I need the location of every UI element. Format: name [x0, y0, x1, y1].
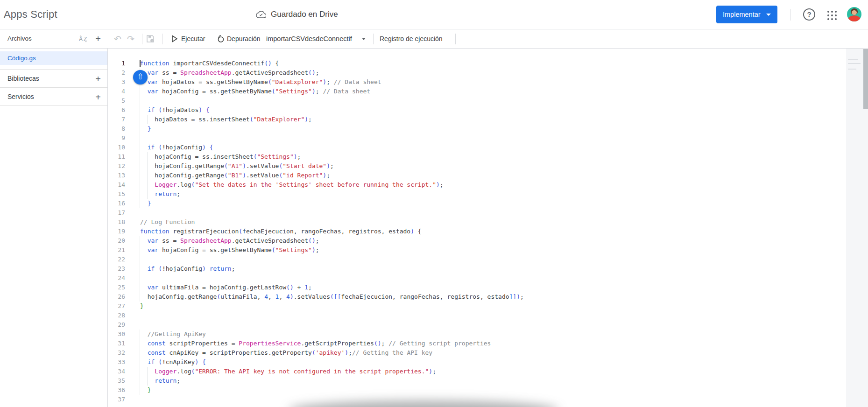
code-line-content[interactable]: if (!hojaConfig) return;: [140, 264, 235, 274]
line-number[interactable]: 18: [108, 218, 125, 227]
code-line-content[interactable]: Logger.log("ERROR: The API key is not co…: [140, 367, 436, 376]
code-line[interactable]: 12 hojaConfig.getRange("A1").setValue("S…: [108, 161, 868, 171]
function-selector[interactable]: importarCSVdesdeConnectif: [266, 29, 352, 48]
line-number[interactable]: 9: [108, 133, 125, 143]
undo-icon[interactable]: ↶: [112, 33, 123, 44]
code-line[interactable]: 25 var ultimaFila = hojaConfig.getLastRo…: [108, 283, 868, 292]
line-number[interactable]: 36: [108, 386, 125, 395]
vertical-scrollbar-thumb[interactable]: [863, 49, 868, 109]
code-line[interactable]: 1function importarCSVdesdeConnectif() {: [108, 59, 868, 68]
code-line[interactable]: 23 if (!hojaConfig) return;: [108, 264, 868, 274]
code-line[interactable]: 34 Logger.log("ERROR: The API key is not…: [108, 367, 868, 376]
line-number[interactable]: 22: [108, 255, 125, 264]
code-line-content[interactable]: hojaConfig.getRange(ultimaFila, 4, 1, 4)…: [140, 292, 524, 302]
code-line[interactable]: 36 }: [108, 386, 868, 395]
code-line[interactable]: 9: [108, 133, 868, 143]
line-number[interactable]: 19: [108, 227, 125, 236]
code-line-content[interactable]: const cnApiKey = scriptProperties.getPro…: [140, 348, 432, 358]
code-line-content[interactable]: hojaConfig.getRange("A1").setValue("Star…: [140, 161, 334, 171]
line-number[interactable]: 17: [108, 208, 125, 218]
code-line[interactable]: 22: [108, 255, 868, 264]
line-number[interactable]: 13: [108, 171, 125, 180]
line-number[interactable]: 14: [108, 180, 125, 189]
code-line-content[interactable]: return;: [140, 376, 180, 386]
code-line[interactable]: 6 if (!hojaDatos) {: [108, 105, 868, 115]
line-number[interactable]: 16: [108, 199, 125, 208]
line-number[interactable]: 12: [108, 161, 125, 171]
code-line[interactable]: 32 const cnApiKey = scriptProperties.get…: [108, 348, 868, 358]
code-line-content[interactable]: if (!hojaConfig) {: [140, 143, 213, 152]
code-line[interactable]: 11 hojaConfig = ss.insertSheet("Settings…: [108, 152, 868, 161]
line-number[interactable]: 25: [108, 283, 125, 292]
line-number[interactable]: 32: [108, 348, 125, 358]
code-line[interactable]: 4 var hojaConfig = ss.getSheetByName("Se…: [108, 87, 868, 96]
code-line[interactable]: 35 return;: [108, 376, 868, 386]
code-line-content[interactable]: hojaConfig.getRange("B1").setValue("id R…: [140, 171, 330, 180]
line-number[interactable]: 37: [108, 395, 125, 404]
code-line[interactable]: 10 if (!hojaConfig) {: [108, 143, 868, 152]
code-line[interactable]: 28: [108, 311, 868, 320]
line-number[interactable]: 7: [108, 115, 125, 124]
line-number[interactable]: 29: [108, 320, 125, 330]
code-line-content[interactable]: return;: [140, 189, 180, 199]
code-line-content[interactable]: var hojaConfig = ss.getSheetByName("Sett…: [140, 246, 319, 255]
help-icon[interactable]: ?: [803, 8, 815, 21]
code-line[interactable]: 20 var ss = SpreadsheetApp.getActiveSpre…: [108, 236, 868, 246]
line-number[interactable]: 20: [108, 236, 125, 246]
code-line[interactable]: 29: [108, 320, 868, 330]
sort-files-az-icon[interactable]: A Z: [78, 33, 90, 44]
line-number[interactable]: 33: [108, 358, 125, 367]
code-line[interactable]: 14 Logger.log("Set the dates in the 'Set…: [108, 180, 868, 189]
line-number[interactable]: 26: [108, 292, 125, 302]
code-line-content[interactable]: var hojaConfig = ss.getSheetByName("Sett…: [140, 87, 370, 96]
code-line-content[interactable]: // Log Function: [140, 218, 195, 227]
run-button[interactable]: Ejecutar: [181, 29, 205, 48]
save-project-icon[interactable]: [145, 33, 156, 44]
code-line-content[interactable]: }: [140, 124, 151, 133]
line-number[interactable]: 2: [108, 68, 125, 77]
code-line-content[interactable]: }: [140, 386, 151, 395]
code-line-content[interactable]: const scriptProperties = PropertiesServi…: [140, 339, 491, 348]
code-line-content[interactable]: if (!hojaDatos) {: [140, 105, 210, 115]
line-number[interactable]: 21: [108, 246, 125, 255]
code-line[interactable]: 19function registrarEjecucion(fechaEjecu…: [108, 227, 868, 236]
code-line[interactable]: 2 var ss = SpreadsheetApp.getActiveSprea…: [108, 68, 868, 77]
code-line[interactable]: 8 }: [108, 124, 868, 133]
code-assist-badge-icon[interactable]: ⇧: [133, 70, 148, 84]
line-number[interactable]: 15: [108, 189, 125, 199]
code-line[interactable]: 15 return;: [108, 189, 868, 199]
code-line-content[interactable]: hojaConfig = ss.insertSheet("Settings");: [140, 152, 301, 161]
line-number[interactable]: 30: [108, 330, 125, 339]
code-lines-container[interactable]: 1function importarCSVdesdeConnectif() {2…: [108, 49, 868, 407]
code-editor[interactable]: 1function importarCSVdesdeConnectif() {2…: [108, 49, 868, 407]
code-line-content[interactable]: }: [140, 199, 151, 208]
code-line[interactable]: 17: [108, 208, 868, 218]
code-line[interactable]: 21 var hojaConfig = ss.getSheetByName("S…: [108, 246, 868, 255]
code-line[interactable]: 13 hojaConfig.getRange("B1").setValue("i…: [108, 171, 868, 180]
line-number[interactable]: 1: [108, 59, 125, 68]
line-number[interactable]: 8: [108, 124, 125, 133]
add-service-icon[interactable]: +: [92, 91, 104, 103]
code-line-content[interactable]: //Getting ApiKey: [140, 330, 206, 339]
line-number[interactable]: 27: [108, 302, 125, 311]
code-line[interactable]: 7 hojaDatos = ss.insertSheet("DataExplor…: [108, 115, 868, 124]
code-line-content[interactable]: var hojaDatos = ss.getSheetByName("DataE…: [140, 77, 381, 87]
sidebar-item-codigo-gs[interactable]: Código.gs: [0, 51, 107, 65]
deploy-caret-icon[interactable]: [766, 14, 771, 16]
execution-log-button[interactable]: Registro de ejecución: [380, 29, 443, 48]
line-number[interactable]: 24: [108, 274, 125, 283]
debug-button[interactable]: Depuración: [227, 29, 261, 48]
code-line[interactable]: 30 //Getting ApiKey: [108, 330, 868, 339]
line-number[interactable]: 35: [108, 376, 125, 386]
code-line[interactable]: 27}: [108, 302, 868, 311]
line-number[interactable]: 10: [108, 143, 125, 152]
deploy-button[interactable]: Implementar: [716, 6, 777, 23]
line-number[interactable]: 28: [108, 311, 125, 320]
line-number[interactable]: 34: [108, 367, 125, 376]
code-line-content[interactable]: var ultimaFila = hojaConfig.getLastRow()…: [140, 283, 312, 292]
line-number[interactable]: 23: [108, 264, 125, 274]
function-selector-caret-icon[interactable]: [362, 38, 366, 40]
line-number[interactable]: 11: [108, 152, 125, 161]
line-number[interactable]: 5: [108, 96, 125, 105]
code-line-content[interactable]: function registrarEjecucion(fechaEjecuci…: [140, 227, 422, 236]
